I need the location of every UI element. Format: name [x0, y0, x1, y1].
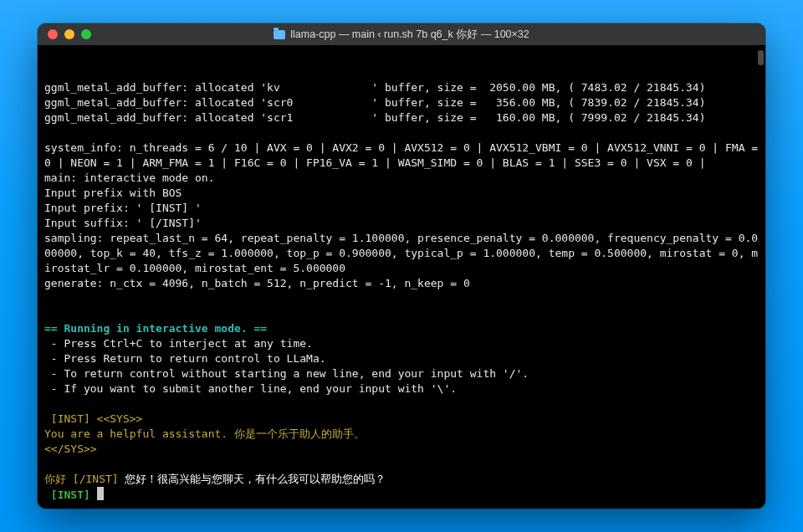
tip-2: - To return control without starting a n… — [44, 367, 529, 380]
buffer-line-scr0: ggml_metal_add_buffer: allocated 'scr0 '… — [44, 96, 706, 109]
terminal-body[interactable]: ggml_metal_add_buffer: allocated 'kv ' b… — [38, 45, 765, 509]
titlebar: llama-cpp — main ‹ run.sh 7b q6_k 你好 — 1… — [38, 23, 765, 45]
scrollbar-thumb[interactable] — [758, 50, 764, 65]
sampling-line: sampling: repeat_last_n = 64, repeat_pen… — [44, 232, 758, 274]
window-controls — [38, 29, 91, 39]
tip-3: - If you want to submit another line, en… — [44, 382, 457, 395]
sys-open: [INST] <<SYS>> — [44, 412, 142, 425]
mode-line-1: Input prefix with BOS — [44, 187, 182, 199]
sys-prompt: You are a helpful assistant. 你是一个乐于助人的助手… — [44, 427, 365, 440]
window-title-text: llama-cpp — main ‹ run.sh 7b q6_k 你好 — 1… — [290, 28, 529, 42]
sys-close: <</SYS>> — [44, 442, 97, 455]
inst-open-tag: [INST] — [44, 489, 97, 501]
tip-1: - Press Return to return control to LLaM… — [44, 352, 326, 365]
close-icon[interactable] — [48, 29, 58, 39]
cursor — [97, 487, 104, 500]
buffer-line-scr1: ggml_metal_add_buffer: allocated 'scr1 '… — [44, 111, 706, 124]
window-title: llama-cpp — main ‹ run.sh 7b q6_k 你好 — 1… — [38, 28, 765, 42]
buffer-line-kv: ggml_metal_add_buffer: allocated 'kv ' b… — [44, 81, 706, 94]
minimize-icon[interactable] — [64, 29, 74, 39]
exchange-line: 你好 [/INST] 您好！很高兴能与您聊天，有什么我可以帮助您的吗？ — [44, 473, 386, 485]
inst-close-tag: [/INST] — [73, 473, 125, 485]
folder-icon — [274, 30, 285, 39]
mode-line-2: Input prefix: ' [INST] ' — [44, 202, 202, 214]
interactive-header: == Running in interactive mode. == — [44, 322, 267, 335]
mode-line-3: Input suffix: ' [/INST]' — [44, 217, 202, 229]
generate-line: generate: n_ctx = 4096, n_batch = 512, n… — [44, 277, 470, 289]
terminal-window: llama-cpp — main ‹ run.sh 7b q6_k 你好 — 1… — [38, 23, 765, 509]
system-info: system_info: n_threads = 6 / 10 | AVX = … — [44, 141, 765, 169]
assistant-output: 您好！很高兴能与您聊天，有什么我可以帮助您的吗？ — [125, 473, 386, 485]
prompt-line[interactable]: [INST] — [44, 489, 104, 501]
tip-0: - Press Ctrl+C to interject at any time. — [44, 337, 313, 350]
zoom-icon[interactable] — [81, 29, 91, 39]
user-input: 你好 — [44, 473, 73, 485]
mode-line-0: main: interactive mode on. — [44, 171, 215, 184]
